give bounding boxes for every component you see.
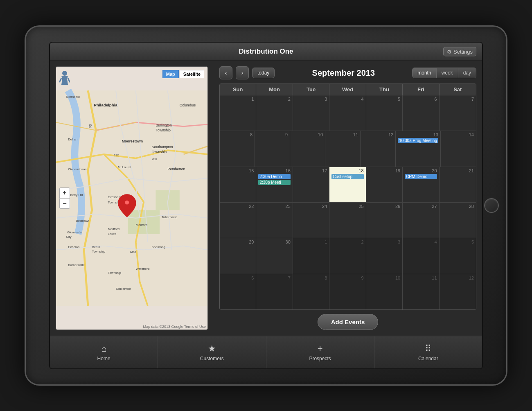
calendar-cell[interactable]: 12	[361, 131, 396, 166]
cell-date: 25	[331, 204, 363, 209]
tablet-screen: Distribution One ⚙ Settings	[49, 42, 483, 369]
settings-button[interactable]: ⚙ Settings	[443, 47, 476, 56]
calendar-cell[interactable]: 8	[293, 274, 329, 309]
calendar-cell[interactable]: 15	[220, 167, 256, 202]
calendar-cell[interactable]: 162:30a Demo2:30p Meeti	[256, 167, 293, 202]
main-content: 95 295 206 Philadelphia Delran Cinnamins…	[50, 61, 482, 336]
calendar-cell[interactable]: 30	[256, 238, 293, 273]
calendar-view-buttons: month week day	[412, 68, 476, 78]
map-type-map-button[interactable]: Map	[162, 70, 179, 78]
calendar-cell[interactable]: 9	[329, 274, 366, 309]
calendar-cell[interactable]: 14	[441, 131, 476, 166]
calendar-cell[interactable]: 27	[403, 203, 439, 238]
month-view-button[interactable]: month	[413, 68, 436, 78]
cell-date: 12	[363, 132, 393, 137]
calendar-cell[interactable]: 7	[440, 95, 476, 131]
calendar-event[interactable]: Cust setup	[331, 174, 363, 179]
prev-month-button[interactable]: ‹	[219, 66, 232, 79]
calendar-cell[interactable]: 8	[220, 131, 255, 166]
svg-text:Mt Laurel: Mt Laurel	[118, 165, 131, 169]
nav-item-prospects[interactable]: + Prospects	[266, 336, 374, 368]
cell-date: 3	[295, 97, 327, 102]
calendar-cell[interactable]: 6	[220, 274, 256, 309]
home-nav-icon: ⌂	[101, 343, 106, 354]
calendar-cell[interactable]: 3	[366, 238, 403, 273]
calendar-cell[interactable]: 25	[329, 203, 366, 238]
calendar-cell[interactable]: 12	[440, 274, 476, 309]
calendar-cell[interactable]: 11	[403, 274, 439, 309]
calendar-cell[interactable]: 10	[290, 131, 325, 166]
svg-text:Shamong: Shamong	[152, 245, 165, 249]
calendar-cell[interactable]: 29	[220, 238, 256, 273]
map-type-satellite-button[interactable]: Satellite	[180, 70, 204, 78]
calendar-cell[interactable]: 4	[329, 95, 366, 131]
day-view-button[interactable]: day	[458, 68, 476, 78]
calendar-cell[interactable]: 1	[293, 238, 329, 273]
cell-date: 16	[258, 168, 290, 173]
home-button[interactable]	[484, 198, 499, 213]
cell-date: 18	[331, 168, 363, 173]
map-container[interactable]: 95 295 206 Philadelphia Delran Cinnamins…	[56, 66, 208, 330]
prospects-nav-label: Prospects	[309, 356, 331, 361]
calendar-cell[interactable]: 2	[256, 95, 293, 131]
cell-date: 21	[442, 168, 474, 173]
calendar-cell[interactable]: 6	[403, 95, 439, 131]
calendar-event[interactable]: 2:30a Demo	[258, 174, 290, 179]
nav-item-customers[interactable]: ★ Customers	[158, 336, 266, 368]
calendar-week-1: 891011121310:30a Prog Meeting14	[220, 131, 476, 167]
calendar-cell[interactable]: 24	[293, 203, 329, 238]
svg-text:Atco: Atco	[130, 250, 136, 254]
calendar-cell[interactable]: 9	[255, 131, 290, 166]
cell-date: 27	[405, 204, 437, 209]
cell-date: 8	[295, 276, 327, 280]
calendar-cell[interactable]: 28	[440, 203, 476, 238]
svg-line-41	[68, 78, 70, 82]
calendar-cell[interactable]: 23	[256, 203, 293, 238]
calendar-event[interactable]: 10:30a Prog Meeting	[398, 138, 438, 143]
svg-point-39	[62, 71, 67, 76]
street-view-icon[interactable]	[59, 70, 70, 85]
calendar-cell[interactable]: 11	[325, 131, 361, 166]
cell-date: 30	[258, 239, 290, 244]
today-button[interactable]: today	[252, 68, 275, 78]
calendar-cell[interactable]: 5	[366, 95, 403, 131]
calendar-cell[interactable]: 19	[366, 167, 403, 202]
next-month-button[interactable]: ›	[236, 66, 249, 79]
week-view-button[interactable]: week	[437, 68, 458, 78]
calendar-cell[interactable]: 21	[440, 167, 476, 202]
add-events-button[interactable]: Add Events	[318, 314, 379, 330]
zoom-out-button[interactable]: −	[59, 198, 70, 209]
nav-item-calendar[interactable]: ⠿ Calendar	[374, 336, 482, 368]
calendar-cell[interactable]: 22	[220, 203, 256, 238]
svg-text:Township: Township	[92, 250, 105, 253]
calendar-cell[interactable]: 2	[329, 238, 366, 273]
calendar-week-0: 1234567	[220, 95, 476, 131]
calendar-cell[interactable]: 26	[366, 203, 403, 238]
calendar-cell[interactable]: 1310:30a Prog Meeting	[396, 131, 441, 166]
calendar-event[interactable]: CRM Demo	[405, 174, 437, 179]
calendar-week-2: 15162:30a Demo2:30p Meeti1718Cust setup1…	[220, 167, 476, 203]
calendar-cell[interactable]: 4	[403, 238, 439, 273]
calendar-cell[interactable]: 20CRM Demo	[403, 167, 439, 202]
zoom-in-button[interactable]: +	[59, 187, 70, 198]
cell-date: 11	[327, 132, 358, 137]
calendar-cell[interactable]: 5	[440, 238, 476, 273]
cell-date: 14	[443, 132, 474, 137]
calendar-header: ‹ › today September 2013 month week day	[219, 66, 476, 79]
calendar-cell[interactable]: 18Cust setup	[329, 167, 366, 202]
svg-text:Delran: Delran	[68, 138, 77, 141]
svg-text:Moorestown: Moorestown	[122, 139, 143, 143]
svg-text:Waterford: Waterford	[136, 267, 150, 271]
calendar-panel: ‹ › today September 2013 month week day …	[214, 61, 482, 336]
calendar-event[interactable]: 2:30p Meeti	[258, 180, 290, 185]
cell-date: 12	[442, 276, 474, 280]
calendar-cell[interactable]: 1	[220, 95, 256, 131]
nav-item-home[interactable]: ⌂ Home	[50, 336, 158, 368]
calendar-cell[interactable]: 3	[293, 95, 329, 131]
gear-icon: ⚙	[447, 48, 452, 54]
calendar-cell[interactable]: 17	[293, 167, 329, 202]
cell-date: 11	[405, 276, 437, 280]
cell-date: 13	[398, 132, 438, 137]
calendar-cell[interactable]: 7	[256, 274, 293, 309]
calendar-cell[interactable]: 10	[366, 274, 403, 309]
